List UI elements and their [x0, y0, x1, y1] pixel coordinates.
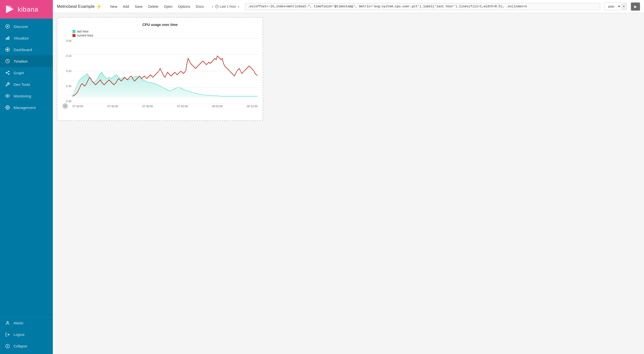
sidebar: kibana Discover Visualize Dashboard: [0, 0, 53, 354]
kibana-logo-text: kibana: [18, 6, 38, 13]
timelion-icon: [5, 59, 10, 64]
svg-rect-6: [9, 36, 9, 40]
bar-chart-icon: [5, 36, 10, 41]
x-label-0: 07:20:00: [72, 105, 83, 108]
svg-point-14: [6, 73, 7, 73]
y-label-4: 0.00: [62, 39, 71, 42]
x-label-3: 07:50:00: [177, 105, 188, 108]
legend-item-current-hour: current hour: [72, 34, 258, 37]
save-button[interactable]: Save: [132, 3, 145, 10]
interval-dropdown-button[interactable]: ▾: [621, 3, 627, 10]
y-label-3: 0.10: [62, 54, 71, 57]
sidebar-item-monitoring[interactable]: Monitoring: [0, 90, 53, 102]
y-label-0: 0.40: [62, 100, 71, 103]
grid-line-top: [72, 38, 258, 39]
chart-legend: last hour current hour: [72, 30, 258, 37]
sidebar-item-timelion-label: Timelion: [14, 59, 28, 63]
graph-icon: [5, 70, 10, 75]
add-button[interactable]: Add: [120, 3, 132, 10]
new-button[interactable]: New: [108, 3, 120, 10]
sidebar-item-graph[interactable]: Graph: [0, 67, 53, 79]
sidebar-nav: Discover Visualize Dashboard Timelion: [0, 19, 53, 317]
svg-rect-4: [6, 38, 7, 40]
sidebar-bottom: elastic Logout Collapse: [0, 317, 53, 354]
sidebar-item-discover-label: Discover: [14, 24, 28, 29]
sidebar-item-collapse[interactable]: Collapse: [0, 340, 53, 352]
chart-title: CPU usage over time: [62, 23, 258, 27]
topbar-actions: New Add Save Delete Open Options Docs: [108, 3, 206, 10]
options-button[interactable]: Options: [176, 3, 193, 10]
x-label-5: 08:10:00: [247, 105, 258, 108]
x-label-4: 08:00:00: [212, 105, 223, 108]
next-arrow-button[interactable]: ›: [236, 3, 241, 10]
time-range-button[interactable]: Last 1 hour: [220, 5, 236, 8]
series-number-badge: 1: [62, 103, 68, 109]
interval-select[interactable]: auto: [604, 3, 621, 10]
sidebar-item-collapse-label: Collapse: [14, 344, 27, 348]
sidebar-item-logout-label: Logout: [14, 333, 24, 337]
x-label-2: 07:40:00: [142, 105, 153, 108]
sidebar-item-user-label: elastic: [14, 321, 24, 325]
svg-point-19: [7, 95, 8, 97]
dashboard-icon: [5, 47, 10, 52]
sidebar-item-dashboard[interactable]: Dashboard: [0, 44, 53, 55]
lightning-icon: ⚡: [96, 4, 102, 9]
sidebar-item-timelion[interactable]: Timelion: [0, 55, 53, 67]
docs-button[interactable]: Docs: [193, 3, 206, 10]
sidebar-item-devtools[interactable]: Dev Tools: [0, 79, 53, 90]
sidebar-item-visualize-label: Visualize: [14, 36, 29, 40]
main-content: Metricbeat Example ⚡ New Add Save Delete…: [53, 0, 644, 354]
y-axis: 0.40 0.30 0.20 0.10 0.00: [62, 38, 71, 104]
sidebar-item-dashboard-label: Dashboard: [14, 48, 32, 52]
user-icon: [5, 321, 10, 326]
sidebar-item-management-label: Management: [14, 105, 36, 110]
compass-icon: [5, 24, 10, 29]
wrench-icon: [5, 82, 10, 87]
main-content-area: CPU usage over time last hour current ho…: [53, 13, 644, 354]
topbar-nav-arrows: ‹ Last 1 hour ›: [210, 3, 241, 10]
sidebar-item-discover[interactable]: Discover: [0, 21, 53, 32]
prev-arrow-button[interactable]: ‹: [210, 3, 215, 10]
open-button[interactable]: Open: [162, 3, 175, 10]
chart-area: 0.40 0.30 0.20 0.10 0.00: [72, 38, 258, 104]
query-input[interactable]: [245, 3, 600, 10]
legend-label-current-hour: current hour: [77, 34, 93, 37]
legend-item-last-hour: last hour: [72, 30, 258, 33]
legend-label-last-hour: last hour: [77, 30, 89, 33]
sidebar-item-logout[interactable]: Logout: [0, 329, 53, 340]
sidebar-item-graph-label: Graph: [14, 71, 24, 75]
chart-container: CPU usage over time last hour current ho…: [57, 17, 263, 121]
svg-marker-3: [7, 26, 8, 27]
y-label-2: 0.20: [62, 69, 71, 73]
grid-line-2: [72, 71, 258, 71]
svg-point-23: [6, 344, 10, 348]
svg-point-16: [9, 74, 9, 75]
sidebar-item-devtools-label: Dev Tools: [14, 82, 30, 87]
grid-line-1: [72, 55, 258, 55]
svg-point-8: [7, 49, 8, 50]
svg-point-21: [7, 321, 8, 323]
topbar-auto-group: auto ▾: [604, 3, 627, 10]
legend-color-current-hour: [72, 34, 75, 37]
svg-line-18: [7, 73, 9, 74]
play-icon: ▶: [634, 5, 637, 9]
run-button[interactable]: ▶: [631, 3, 640, 11]
grid-line-bottom: [72, 104, 258, 104]
collapse-icon: [5, 344, 10, 349]
delete-button[interactable]: Delete: [146, 3, 161, 10]
svg-rect-5: [7, 37, 8, 40]
x-axis: 07:20:00 07:30:00 07:40:00 07:50:00 08:0…: [72, 104, 258, 108]
y-label-1: 0.30: [62, 85, 71, 88]
sidebar-item-monitoring-label: Monitoring: [14, 94, 31, 98]
sidebar-item-user[interactable]: elastic: [0, 317, 53, 329]
sidebar-item-management[interactable]: Management: [0, 102, 53, 113]
last-hour-area: [72, 72, 258, 97]
svg-line-17: [7, 72, 9, 73]
sidebar-item-visualize[interactable]: Visualize: [0, 32, 53, 44]
grid-line-3: [72, 87, 258, 88]
page-title: Metricbeat Example ⚡: [57, 4, 102, 9]
svg-point-20: [7, 107, 8, 108]
clock-icon: [215, 5, 219, 8]
logout-icon: [5, 332, 10, 337]
sidebar-logo: kibana: [0, 0, 53, 19]
